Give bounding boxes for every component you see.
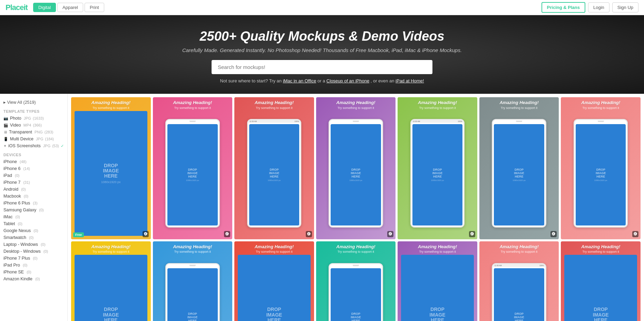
- card-heading-6: Amazing Heading!: [563, 100, 638, 106]
- ios-count: (53): [52, 144, 59, 148]
- tab-apparel[interactable]: Apparel: [57, 3, 83, 12]
- logo-it: it: [24, 3, 28, 12]
- multidevice-icon: 📱: [3, 137, 8, 141]
- mockup-card-7[interactable]: Amazing Heading! Try something to suppor…: [71, 241, 151, 321]
- sidebar-item-ipadpro[interactable]: iPad Pro (0): [3, 262, 64, 269]
- sidebar-item-video[interactable]: 🎬 Video MP4 (366): [3, 122, 64, 129]
- card-heading-0: Amazing Heading!: [73, 100, 149, 106]
- hero-links-end: , or even an: [371, 78, 396, 83]
- card-heading-12: Amazing Heading!: [481, 244, 557, 250]
- card-heading-7: Amazing Heading!: [73, 244, 149, 250]
- hero-links-prefix: Not sure where to start? Try an: [220, 78, 283, 83]
- hero-section: 2500+ Quality Mockups & Demo Videos Care…: [0, 15, 644, 94]
- sidebar-item-iphone7[interactable]: iPhone 7 (31): [3, 179, 64, 186]
- transparent-label: Transparent: [9, 130, 32, 134]
- multidevice-label: Multi Device: [10, 137, 33, 141]
- sidebar-item-iphone[interactable]: iPhone (48): [3, 158, 64, 165]
- transparent-icon: 🖥: [3, 130, 7, 134]
- mockup-card-2[interactable]: Amazing Heading! Try something to suppor…: [234, 97, 314, 239]
- card-heading-10: Amazing Heading!: [318, 244, 394, 250]
- login-button[interactable]: Login: [588, 2, 609, 12]
- mockup-card-6[interactable]: Amazing Heading! Try something to suppor…: [561, 97, 641, 239]
- card-heading-11: Amazing Heading!: [400, 244, 475, 250]
- sidebar-item-smartwatch[interactable]: Smartwatch (0): [3, 234, 64, 241]
- mockup-card-11[interactable]: Amazing Heading! Try something to suppor…: [398, 241, 477, 321]
- sidebar-item-desktop-windows[interactable]: Desktop - Windows (0): [3, 248, 64, 255]
- card-heading-1: Amazing Heading!: [155, 100, 231, 106]
- ios-icon: ✦: [3, 144, 7, 148]
- view-all-link[interactable]: ▸ View All (2519): [3, 99, 64, 106]
- header-right: Pricing & Plans Login Sign Up: [541, 2, 638, 13]
- mockup-card-10[interactable]: Amazing Heading! Try something to suppor…: [316, 241, 396, 321]
- card-heading-4: Amazing Heading!: [400, 100, 475, 106]
- signup-button[interactable]: Sign Up: [612, 2, 638, 12]
- card-subheading-5: Try something to support it: [481, 106, 557, 110]
- mockup-card-9[interactable]: Amazing Heading! Try something to suppor…: [234, 241, 314, 321]
- pricing-plans-button[interactable]: Pricing & Plans: [541, 2, 585, 13]
- ios-app-badge: 🅐: [306, 231, 312, 237]
- hero-title: 2500+ Quality Mockups & Demo Videos: [7, 29, 637, 44]
- sidebar-item-transparent[interactable]: 🖥 Transparent PNG (283): [3, 129, 64, 136]
- photo-format: JPG: [24, 116, 31, 120]
- tab-digital[interactable]: Digital: [33, 3, 56, 12]
- card-subheading-9: Try something to support it: [236, 250, 312, 253]
- card-heading-5: Amazing Heading!: [481, 100, 557, 106]
- card-heading-2: Amazing Heading!: [236, 100, 312, 106]
- sidebar-item-iphone6[interactable]: iPhone 6 (14): [3, 165, 64, 172]
- ios-app-badge: 🅐: [143, 231, 149, 237]
- mockup-card-3[interactable]: Amazing Heading! Try something to suppor…: [316, 97, 396, 239]
- sidebar-item-photo[interactable]: 📷 Photo JPG (1633): [3, 115, 64, 122]
- card-heading-9: Amazing Heading!: [236, 244, 312, 250]
- sidebar-item-laptop-windows[interactable]: Laptop - Windows (0): [3, 241, 64, 248]
- sidebar-item-ios-screenshots[interactable]: ✦ iOS Screenshots JPG (53) ✓: [3, 142, 64, 149]
- search-input[interactable]: [212, 60, 432, 74]
- template-types-section-title: Template Types: [3, 109, 64, 113]
- photo-count: (1633): [33, 116, 44, 120]
- transparent-format: PNG: [35, 130, 43, 134]
- photo-icon: 📷: [3, 116, 8, 121]
- mockup-card-4[interactable]: Amazing Heading! Try something to suppor…: [398, 97, 477, 239]
- video-format: MP4: [23, 123, 31, 127]
- tab-print[interactable]: Print: [85, 3, 104, 12]
- sidebar-item-ipad[interactable]: iPad (0): [3, 172, 64, 179]
- mockup-card-8[interactable]: Amazing Heading! Try something to suppor…: [153, 241, 233, 321]
- main-layout: ▸ View All (2519) Template Types 📷 Photo…: [0, 94, 644, 321]
- sidebar-item-android[interactable]: Android (0): [3, 186, 64, 193]
- mockup-card-12[interactable]: Amazing Heading! Try something to suppor…: [479, 241, 559, 321]
- ios-app-badge: 🅐: [224, 231, 230, 237]
- sidebar-item-imac[interactable]: iMac (0): [3, 213, 64, 220]
- hero-link-iphone[interactable]: Closeup of an iPhone: [326, 78, 369, 83]
- sidebar-item-tablet[interactable]: Tablet (0): [3, 220, 64, 227]
- multidevice-count: (184): [45, 137, 54, 141]
- hero-subtitle: Carefully Made. Generated Instantly. No …: [7, 47, 637, 53]
- hero-link-ipad[interactable]: iPad at Home!: [396, 78, 424, 83]
- ios-format: JPG: [43, 144, 50, 148]
- hero-link-imac[interactable]: iMac in an Office: [283, 78, 316, 83]
- ios-app-badge: 🅐: [550, 231, 557, 237]
- ios-app-badge: 🅐: [469, 231, 475, 237]
- card-subheading-8: Try something to support it: [155, 250, 231, 253]
- card-subheading-2: Try something to support it: [236, 106, 312, 110]
- sidebar-item-multidevice[interactable]: 📱 Multi Device JPG (184): [3, 136, 64, 142]
- ios-app-badge: 🅐: [387, 231, 393, 237]
- sidebar-item-iphone7plus[interactable]: iPhone 7 Plus (0): [3, 255, 64, 262]
- header: Placeit Digital Apparel Print Pricing & …: [0, 0, 644, 15]
- sidebar-item-macbook[interactable]: Macbook (0): [3, 193, 64, 200]
- sidebar: ▸ View All (2519) Template Types 📷 Photo…: [0, 94, 68, 321]
- video-count: (366): [33, 123, 42, 127]
- mockup-card-5[interactable]: Amazing Heading! Try something to suppor…: [479, 97, 559, 239]
- card-subheading-11: Try something to support it: [400, 250, 475, 253]
- mockup-card-1[interactable]: Amazing Heading! Try something to suppor…: [153, 97, 233, 239]
- sidebar-item-nexus[interactable]: Google Nexus (0): [3, 227, 64, 234]
- sidebar-item-samsung[interactable]: Samsung Galaxy (0): [3, 207, 64, 213]
- sidebar-item-amazon-kindle[interactable]: Amazon Kindle (0): [3, 275, 64, 282]
- mockup-card-0[interactable]: Amazing Heading! Try something to suppor…: [71, 97, 151, 239]
- card-subheading-1: Try something to support it: [155, 106, 231, 110]
- mockup-card-13[interactable]: Amazing Heading! Try something to suppor…: [561, 241, 641, 321]
- sidebar-item-iphonese[interactable]: iPhone SE (0): [3, 269, 64, 275]
- card-subheading-0: Try something to support it: [73, 106, 149, 110]
- sidebar-item-iphone6plus[interactable]: iPhone 6 Plus (3): [3, 200, 64, 207]
- mockup-grid-container: Amazing Heading! Try something to suppor…: [68, 94, 644, 321]
- card-subheading-3: Try something to support it: [318, 106, 394, 110]
- hero-content: 2500+ Quality Mockups & Demo Videos Care…: [7, 29, 637, 83]
